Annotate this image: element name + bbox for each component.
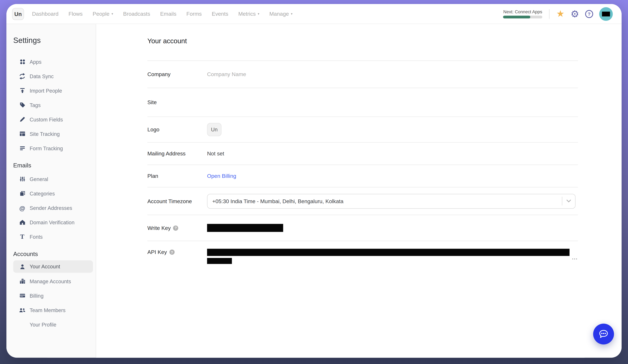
field-row-api-key: API Key ? ••• — [147, 241, 578, 275]
nav-manage[interactable]: Manage▾ — [269, 11, 293, 17]
field-row-logo: Logo Un — [147, 117, 578, 143]
api-key-redacted-line1 — [207, 249, 570, 256]
chevron-down-icon — [562, 200, 575, 203]
at-sign-icon: @ — [19, 205, 26, 211]
mailing-address-label: Mailing Address — [147, 150, 207, 157]
apps-icon — [19, 58, 26, 65]
pencil-icon — [19, 116, 26, 123]
sidebar-item-domain-verification[interactable]: Domain Verification — [13, 215, 93, 229]
star-icon[interactable]: ★ — [556, 9, 564, 19]
logo-label: Logo — [147, 127, 207, 133]
plan-label: Plan — [147, 173, 207, 179]
nav-events[interactable]: Events — [212, 11, 228, 17]
account-fields: Company Company Name Site Logo Un Mailin… — [147, 61, 578, 275]
main-content: Your account Company Company Name Site L… — [96, 24, 622, 358]
field-row-write-key: Write Key ? — [147, 215, 578, 241]
sidebar-item-sender-addresses[interactable]: @ Sender Addresses — [13, 201, 93, 215]
company-input[interactable]: Company Name — [207, 71, 246, 77]
field-row-company: Company Company Name — [147, 61, 578, 88]
buildings-icon — [19, 278, 26, 285]
sidebar-item-custom-fields[interactable]: Custom Fields — [13, 112, 93, 127]
nav-people[interactable]: People▾ — [93, 11, 113, 17]
onboarding-next-step[interactable]: Next: Connect Apps — [503, 9, 542, 18]
sidebar-item-categories[interactable]: Categories — [13, 186, 93, 201]
field-row-plan: Plan Open Billing — [147, 165, 578, 187]
settings-sidebar: Settings Apps Data Sync — [6, 24, 96, 358]
sidebar-item-billing[interactable]: Billing — [13, 288, 93, 303]
mailing-address-value: Not set — [207, 150, 224, 157]
api-key-label: API Key ? — [147, 249, 207, 255]
chevron-down-icon: ▾ — [111, 12, 113, 15]
sidebar-item-apps[interactable]: Apps — [13, 55, 93, 69]
overflow-menu-icon[interactable]: ••• — [572, 257, 578, 261]
sync-icon — [19, 73, 26, 80]
sidebar-title: Settings — [13, 36, 96, 45]
upload-icon — [19, 87, 26, 94]
help-icon[interactable]: ? — [169, 250, 175, 255]
company-label: Company — [147, 71, 207, 77]
people-icon — [19, 307, 26, 313]
timezone-select[interactable]: +05:30 India Time - Mumbai, Delhi, Benga… — [207, 194, 576, 209]
progress-fill — [503, 15, 530, 18]
nav-metrics[interactable]: Metrics▾ — [238, 11, 259, 17]
sidebar-item-general[interactable]: General — [13, 172, 93, 186]
page-title: Your account — [147, 37, 622, 45]
nav-broadcasts[interactable]: Broadcasts — [123, 11, 150, 17]
main-nav: Dashboard Flows People▾ Broadcasts Email… — [32, 11, 293, 17]
field-row-mailing-address: Mailing Address Not set — [147, 143, 578, 165]
top-navigation-bar: Un Dashboard Flows People▾ Broadcasts Em… — [6, 4, 622, 24]
write-key-redacted-value — [207, 224, 283, 232]
sidebar-item-manage-accounts[interactable]: Manage Accounts — [13, 274, 93, 288]
timezone-selected-value: +05:30 India Time - Mumbai, Delhi, Benga… — [212, 198, 562, 204]
sidebar-item-your-account[interactable]: Your Account — [13, 260, 93, 273]
lines-icon — [19, 145, 26, 152]
tag-icon — [19, 102, 26, 108]
avatar-redaction — [602, 11, 610, 16]
open-billing-link[interactable]: Open Billing — [207, 173, 236, 179]
topbar-divider — [549, 9, 550, 19]
chat-button[interactable] — [593, 324, 614, 345]
sidebar-item-import-people[interactable]: Import People — [13, 83, 93, 98]
field-row-account-timezone: Account Timezone +05:30 India Time - Mum… — [147, 187, 578, 215]
api-key-redacted-line2 — [207, 258, 232, 264]
field-row-site: Site — [147, 88, 578, 117]
nav-flows[interactable]: Flows — [69, 11, 83, 17]
app-window: Un Dashboard Flows People▾ Broadcasts Em… — [6, 4, 622, 358]
desktop-background: Un Dashboard Flows People▾ Broadcasts Em… — [0, 0, 628, 364]
help-icon[interactable]: ? — [173, 225, 178, 230]
next-step-label: Next: Connect Apps — [503, 9, 542, 14]
account-timezone-label: Account Timezone — [147, 198, 207, 204]
home-icon — [19, 219, 26, 226]
browser-layout-icon — [19, 130, 26, 137]
credit-card-icon — [19, 292, 26, 299]
stacked-pages-icon — [19, 190, 26, 197]
nav-emails[interactable]: Emails — [160, 11, 176, 17]
sidebar-heading-accounts: Accounts — [13, 250, 96, 257]
sidebar-item-site-tracking[interactable]: Site Tracking — [13, 127, 93, 141]
sidebar-item-team-members[interactable]: Team Members — [13, 303, 93, 317]
gear-icon[interactable]: ⚙ — [570, 9, 579, 19]
sidebar-item-data-sync[interactable]: Data Sync — [13, 69, 93, 83]
avatar[interactable] — [599, 7, 613, 21]
sidebar-item-fonts[interactable]: T Fonts — [13, 229, 93, 244]
nav-forms[interactable]: Forms — [186, 11, 202, 17]
topbar-right-cluster: Next: Connect Apps ★ ⚙ ? — [503, 7, 613, 21]
site-label: Site — [147, 99, 207, 105]
sidebar-item-tags[interactable]: Tags — [13, 98, 93, 112]
person-icon — [19, 263, 26, 270]
workspace-logo[interactable]: Un — [12, 8, 24, 20]
sidebar-item-form-tracking[interactable]: Form Tracking — [13, 141, 93, 155]
fonts-t-icon: T — [19, 233, 26, 240]
sidebar-item-your-profile[interactable]: Your Profile — [13, 317, 93, 332]
chevron-down-icon: ▾ — [291, 12, 293, 15]
api-key-redacted-value — [207, 249, 570, 264]
chevron-down-icon: ▾ — [258, 12, 259, 15]
sidebar-heading-emails: Emails — [13, 162, 96, 169]
logo-preview[interactable]: Un — [207, 123, 222, 136]
onboarding-progress-bar — [503, 15, 542, 18]
write-key-label: Write Key ? — [147, 225, 207, 231]
sliders-icon — [19, 176, 26, 182]
nav-dashboard[interactable]: Dashboard — [32, 11, 59, 17]
help-icon[interactable]: ? — [585, 10, 593, 18]
